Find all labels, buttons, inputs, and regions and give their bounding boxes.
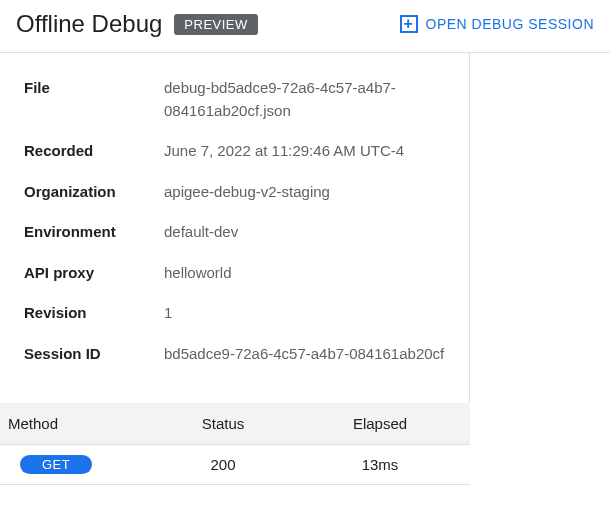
detail-value: June 7, 2022 at 11:29:46 AM UTC-4 [164, 140, 453, 163]
detail-row-revision: Revision 1 [24, 302, 453, 325]
detail-row-file: File debug-bd5adce9-72a6-4c57-a4b7-08416… [24, 77, 453, 122]
detail-label: Session ID [24, 343, 164, 366]
col-header-status[interactable]: Status [148, 415, 298, 432]
cell-method: GET [8, 455, 148, 474]
preview-badge: PREVIEW [174, 14, 257, 35]
detail-row-environment: Environment default-dev [24, 221, 453, 244]
col-header-method[interactable]: Method [8, 415, 148, 432]
detail-value: apigee-debug-v2-staging [164, 181, 453, 204]
header-left: Offline Debug PREVIEW [16, 10, 258, 38]
detail-label: Organization [24, 181, 164, 204]
method-chip: GET [20, 455, 92, 474]
page-header: Offline Debug PREVIEW + OPEN DEBUG SESSI… [0, 0, 610, 52]
detail-label: Revision [24, 302, 164, 325]
content-wrapper: File debug-bd5adce9-72a6-4c57-a4b7-08416… [0, 53, 610, 403]
detail-label: API proxy [24, 262, 164, 285]
table-header-row: Method Status Elapsed [0, 403, 470, 445]
detail-label: Recorded [24, 140, 164, 163]
detail-label: Environment [24, 221, 164, 244]
detail-value: default-dev [164, 221, 453, 244]
details-panel: File debug-bd5adce9-72a6-4c57-a4b7-08416… [0, 53, 470, 403]
detail-row-session-id: Session ID bd5adce9-72a6-4c57-a4b7-08416… [24, 343, 453, 366]
open-debug-session-button[interactable]: + OPEN DEBUG SESSION [400, 15, 594, 33]
col-header-elapsed[interactable]: Elapsed [298, 415, 462, 432]
cell-elapsed: 13ms [298, 456, 462, 473]
plus-icon: + [400, 15, 418, 33]
table-row[interactable]: GET 200 13ms [0, 445, 470, 485]
cell-status: 200 [148, 456, 298, 473]
detail-label: File [24, 77, 164, 122]
open-session-label: OPEN DEBUG SESSION [426, 16, 594, 32]
transactions-table: Method Status Elapsed GET 200 13ms [0, 403, 470, 485]
detail-value: helloworld [164, 262, 453, 285]
detail-value: 1 [164, 302, 453, 325]
page-title: Offline Debug [16, 10, 162, 38]
detail-value: bd5adce9-72a6-4c57-a4b7-084161ab20cf [164, 343, 453, 366]
detail-row-recorded: Recorded June 7, 2022 at 11:29:46 AM UTC… [24, 140, 453, 163]
detail-value: debug-bd5adce9-72a6-4c57-a4b7-084161ab20… [164, 77, 453, 122]
detail-row-organization: Organization apigee-debug-v2-staging [24, 181, 453, 204]
detail-row-api-proxy: API proxy helloworld [24, 262, 453, 285]
